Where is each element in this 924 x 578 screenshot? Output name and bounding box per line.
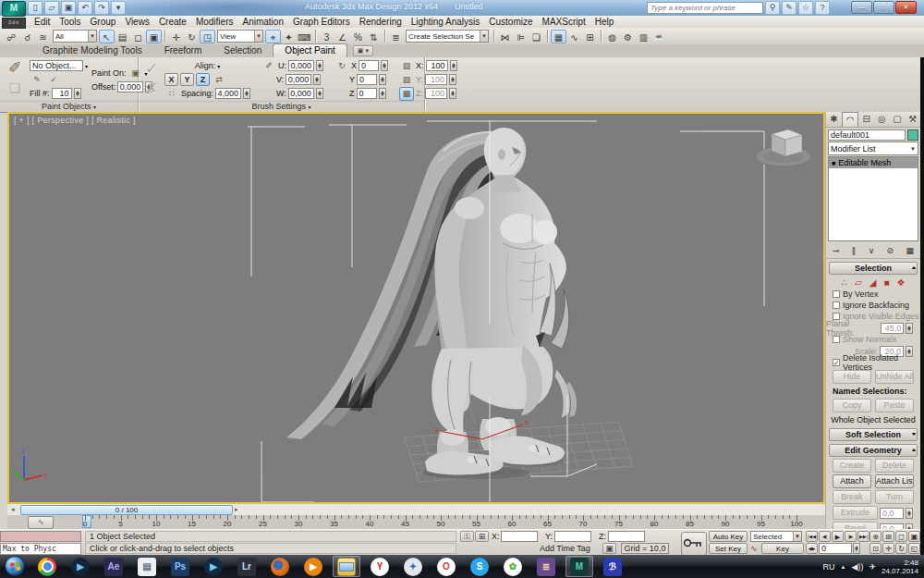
delete-isolated-checkbox[interactable]: ✓Delete Isolated Vertices xyxy=(826,357,920,368)
taskbar-3ds-max[interactable]: M xyxy=(565,556,593,577)
menu-modifiers[interactable]: Modifiers xyxy=(191,17,238,28)
u-field[interactable]: 0,000 xyxy=(288,60,314,71)
fill-count-field[interactable]: 10 xyxy=(52,88,72,99)
key-filters-button[interactable]: Key Filters... xyxy=(761,543,804,554)
modifier-list-dropdown[interactable]: Modifier List▼ xyxy=(828,141,918,155)
rot-y-field[interactable]: 0 xyxy=(357,74,377,85)
by-vertex-checkbox[interactable]: By Vertex xyxy=(826,289,920,300)
tab-graphite-modeling-tools[interactable]: Graphite Modeling Tools xyxy=(31,44,153,57)
break-button[interactable]: Break xyxy=(833,490,871,504)
favorites-icon[interactable]: ☆ xyxy=(798,1,813,15)
application-button[interactable]: M 3ds xyxy=(2,1,26,27)
tab-object-paint[interactable]: Object Paint xyxy=(273,43,346,57)
scale-z-field[interactable]: 100 xyxy=(425,88,447,99)
select-object-icon[interactable]: ↖ xyxy=(99,30,115,43)
menu-animation[interactable]: Animation xyxy=(237,17,287,28)
polygon-subobject-icon[interactable]: ■ xyxy=(883,277,889,289)
menu-maxscript[interactable]: MAXScript xyxy=(538,17,590,28)
go-to-start-icon[interactable]: |◀◀ xyxy=(806,531,818,542)
select-and-manipulate-icon[interactable]: ✦ xyxy=(281,30,297,43)
render-production-icon[interactable]: ☕ xyxy=(651,30,667,43)
select-rotate-icon[interactable]: ↻ xyxy=(184,30,200,43)
taskbar-icq[interactable]: ✿ xyxy=(499,556,527,577)
scale-uniform-icon[interactable]: ▩ xyxy=(399,87,414,101)
ok-icon[interactable]: ✓ xyxy=(46,73,61,87)
ribbon-overflow-icon[interactable]: ▣ ▾ xyxy=(353,45,373,56)
undo-icon[interactable]: ↶ xyxy=(78,1,92,15)
taskbar-opera[interactable]: O xyxy=(432,556,460,577)
auto-key-button[interactable]: Auto Key xyxy=(709,531,748,542)
perspective-viewport[interactable]: y x z x y [ + ] [ Perspective ] [ Real xyxy=(7,112,825,504)
ignore-backfacing-checkbox[interactable]: Ignore Backfacing xyxy=(826,300,920,311)
play-icon[interactable]: ▶ xyxy=(832,531,844,542)
z-coord-field[interactable] xyxy=(608,531,645,542)
rendered-frame-icon[interactable]: ▥ xyxy=(636,30,651,43)
taskbar-lightroom[interactable]: Lr xyxy=(233,556,261,577)
close-button[interactable]: ✕ xyxy=(895,1,917,14)
extrude-button[interactable]: Extrude xyxy=(833,506,878,520)
taskbar-winrar[interactable]: ≣ xyxy=(532,556,560,577)
taskbar-media-player-orange[interactable]: ▶ xyxy=(299,556,327,577)
v-spinner[interactable] xyxy=(313,74,321,85)
bevel-button[interactable]: Bevel xyxy=(833,522,878,529)
timeline-ruler[interactable]: ∿ 05101520253035404550556065707580859095… xyxy=(7,515,825,530)
scale-y-spinner[interactable] xyxy=(449,74,456,85)
menu-graph-editors[interactable]: Graph Editors xyxy=(288,17,355,28)
utilities-tab-icon[interactable]: ⚒ xyxy=(905,112,920,127)
rot-z-field[interactable]: 0 xyxy=(357,88,377,99)
zoom-icon[interactable]: ⊕ xyxy=(869,531,881,542)
create-selection-set-combo[interactable]: Create Selection Se▼ xyxy=(406,30,489,43)
paint-object-dropdown[interactable]: No Object... xyxy=(30,60,83,71)
align-dropdown-arrow-icon[interactable]: ▾ xyxy=(217,63,220,69)
snap-toggle-icon[interactable]: 3 xyxy=(319,30,334,43)
maximize-viewport-icon[interactable]: ◱ xyxy=(908,543,920,554)
menu-customize[interactable]: Customize xyxy=(484,17,537,28)
w-field[interactable]: 0,000 xyxy=(288,88,314,99)
w-spinner[interactable] xyxy=(316,88,323,99)
paint-brush-icon[interactable]: ✐ xyxy=(4,59,26,78)
select-and-link-icon[interactable]: ☍ xyxy=(4,30,19,43)
minimize-button[interactable]: — xyxy=(851,1,872,14)
rot-y-spinner[interactable] xyxy=(379,74,386,85)
vertex-subobject-icon[interactable]: ∴ xyxy=(842,277,847,289)
rot-x-field[interactable]: 0 xyxy=(359,60,379,71)
start-button[interactable] xyxy=(5,556,25,576)
help-icon[interactable]: ? xyxy=(815,1,830,15)
taskbar-media-player-blue-2[interactable]: ▶ xyxy=(200,556,227,577)
rot-x-spinner[interactable] xyxy=(381,60,388,71)
hide-button[interactable]: Hide xyxy=(833,370,871,384)
menu-rendering[interactable]: Rendering xyxy=(355,17,407,28)
orbit-icon[interactable]: ↻ xyxy=(895,543,907,554)
material-editor-icon[interactable]: ◍ xyxy=(604,30,620,43)
remove-modifier-icon[interactable]: ⊘ xyxy=(887,246,894,255)
normals-scale-spinner[interactable] xyxy=(906,346,913,357)
volume-icon[interactable]: ◀)) xyxy=(851,562,863,572)
next-frame-icon[interactable]: |▶ xyxy=(845,531,857,542)
track-left-arrow-icon[interactable]: ◂ xyxy=(11,505,15,514)
menu-lighting-analysis[interactable]: Lighting Analysis xyxy=(407,17,485,28)
pin-stack-icon[interactable]: ⊸ xyxy=(833,246,840,255)
modifier-stack[interactable]: ■ Editable Mesh xyxy=(828,156,918,241)
bind-to-spacewarp-icon[interactable]: ≋ xyxy=(35,30,51,43)
selection-set-key-dropdown[interactable]: Selected▼ xyxy=(750,531,802,542)
taskbar-skype[interactable]: S xyxy=(466,556,493,577)
reference-coordinate-dropdown[interactable]: View▼ xyxy=(217,30,263,43)
selection-rollout-header[interactable]: Selection▴▴ xyxy=(829,262,918,275)
curve-editor-icon[interactable]: ∿ xyxy=(566,30,582,43)
v-field[interactable]: 0,000 xyxy=(286,74,311,85)
taskbar-safari[interactable]: ✦ xyxy=(399,556,427,577)
taskbar-notes[interactable]: ▤ xyxy=(133,556,161,577)
project-folder-icon[interactable]: ▾ xyxy=(111,1,126,15)
cancel-cross-icon[interactable]: ✗ xyxy=(142,80,161,99)
attach-list-button[interactable]: Attach List xyxy=(875,474,914,488)
menu-views[interactable]: Views xyxy=(120,17,154,28)
motion-tab-icon[interactable]: ◎ xyxy=(874,112,890,127)
edit-object-icon[interactable]: ✎ xyxy=(30,73,44,87)
spacing-field[interactable]: 4,000 xyxy=(215,88,241,99)
maxscript-listener-top[interactable] xyxy=(0,531,81,542)
layer-manager-icon[interactable]: ❏ xyxy=(529,30,544,43)
u-spinner[interactable] xyxy=(316,60,323,71)
unlink-selection-icon[interactable]: ☌ xyxy=(19,30,35,43)
tablet-icon[interactable]: ✈ xyxy=(869,562,876,572)
language-indicator[interactable]: RU xyxy=(823,562,835,572)
